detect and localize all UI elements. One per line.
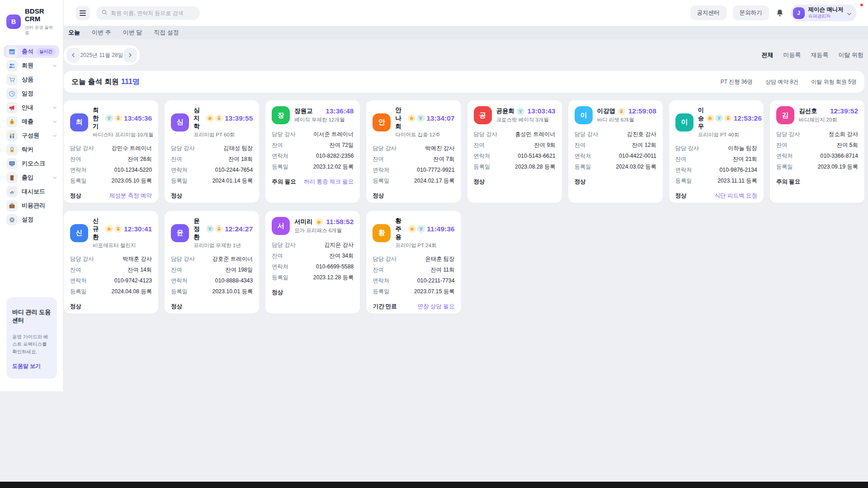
detail-row-remaining: 잔여잔여 26회 bbox=[70, 154, 152, 164]
tab-이번 달[interactable]: 이번 달 bbox=[123, 28, 142, 37]
detail-value: 2023.05.10 등록 bbox=[112, 177, 152, 185]
sidebar-item-설정[interactable]: 설정 bbox=[4, 213, 59, 226]
detail-label: 잔여 bbox=[575, 141, 586, 149]
member-card[interactable]: 김 김선호 12:39:52 바디체인지 20회 담당 강사정소희 강사잔여잔여… bbox=[770, 100, 864, 203]
sidebar-item-출석[interactable]: 출석실시간 bbox=[4, 45, 59, 58]
detail-value: 2023.07.15 등록 bbox=[414, 288, 455, 296]
muscle-icon bbox=[408, 114, 415, 122]
detail-row-registered: 등록일2023.12.02 등록 bbox=[272, 161, 354, 172]
member-card[interactable]: 이 이승우 12:53:26 프리미엄 PT 40회 담당 강사이하늘 팀장잔여… bbox=[669, 100, 764, 203]
chevron-down-icon bbox=[53, 177, 57, 179]
member-card[interactable]: 공 공윤희 13:03:43 크로스핏 베이직 3개월 담당 강사홍성민 트레이… bbox=[467, 100, 562, 203]
member-badges bbox=[408, 225, 425, 233]
chevron-down-icon bbox=[53, 65, 57, 67]
sidebar-item-회원[interactable]: 회원 bbox=[4, 59, 59, 72]
filter-재등록[interactable]: 재등록 bbox=[811, 51, 828, 59]
inquiry-button[interactable]: 문의하기 bbox=[733, 5, 769, 20]
member-action-link[interactable]: 식단 피드백 요청 bbox=[714, 192, 757, 200]
members-icon bbox=[6, 60, 18, 71]
member-card[interactable]: 심 심지학 13:39:55 프리미엄 PT 60회 담당 강사김태성 팀장잔여… bbox=[165, 100, 259, 203]
membership-plan: 바디 리셋 6개월 bbox=[597, 117, 656, 123]
member-status: 정상 bbox=[70, 303, 81, 310]
filter-미등록[interactable]: 미등록 bbox=[783, 51, 801, 59]
sidebar-item-키오스크[interactable]: 키오스크 bbox=[4, 157, 59, 170]
detail-label: 등록일 bbox=[70, 288, 87, 296]
search-bar[interactable] bbox=[96, 6, 200, 20]
detail-value: 홍성민 트레이너 bbox=[515, 131, 556, 138]
detail-value: 강민수 트레이너 bbox=[112, 145, 152, 152]
member-card[interactable]: 황 황주용 11:49:36 프리미엄 PT 24회 담당 강사윤태훈 팀장잔여… bbox=[366, 211, 461, 314]
detail-row-remaining: 잔여잔여 11회 bbox=[373, 264, 454, 275]
detail-row-remaining: 잔여잔여 7회 bbox=[373, 154, 454, 164]
shirt-icon bbox=[417, 114, 425, 122]
sidebar-item-락커[interactable]: 락커 bbox=[4, 143, 59, 156]
detail-row-registered: 등록일2023.09.19 등록 bbox=[776, 161, 858, 172]
sidebar-item-상품[interactable]: 상품 bbox=[4, 73, 59, 86]
notification-bell-icon[interactable] bbox=[775, 9, 784, 18]
detail-label: 잔여 bbox=[171, 266, 182, 274]
prev-day-button[interactable] bbox=[66, 48, 80, 62]
detail-row-registered: 등록일2023.05.10 등록 bbox=[70, 175, 152, 186]
detail-label: 잔여 bbox=[70, 266, 81, 274]
member-card[interactable]: 이 이강엽 12:59:08 바디 리셋 6개월 담당 강사김진호 강사잔여잔여… bbox=[568, 100, 663, 203]
sidebar-item-구성원[interactable]: 구성원 bbox=[4, 129, 59, 142]
sidebar-item-대시보드[interactable]: 대시보드 bbox=[4, 185, 59, 198]
member-status: 정상 bbox=[474, 178, 485, 186]
member-card[interactable]: 안 안나희 13:34:07 다이어트 집중 12주 담당 강사박예진 강사잔여… bbox=[366, 100, 461, 203]
filter-전체[interactable]: 전체 bbox=[761, 51, 773, 59]
member-action-link[interactable]: 체성분 측정 예약 bbox=[109, 192, 152, 200]
notice-center-button[interactable]: 공지센터 bbox=[690, 5, 726, 20]
realtime-badge: 실시간 bbox=[36, 48, 56, 56]
next-day-button[interactable] bbox=[123, 48, 137, 62]
detail-label: 담당 강사 bbox=[70, 255, 94, 263]
member-card[interactable]: 윤 윤정환 12:24:27 프리미엄 무제한 1년 담당 강사강호준 트레이너… bbox=[165, 211, 259, 314]
sidebar-item-비용관리[interactable]: 비용관리 bbox=[4, 199, 59, 212]
search-input[interactable] bbox=[111, 10, 194, 16]
member-card[interactable]: 장 장원교 13:36:48 베이직 무제한 12개월 담당 강사이서준 트레이… bbox=[265, 100, 360, 203]
member-avatar: 황 bbox=[373, 224, 391, 242]
user-menu[interactable]: J 제이슨 매니저 슈퍼관리자 bbox=[791, 5, 857, 21]
member-action-link[interactable]: 연장 상담 필요 bbox=[418, 303, 455, 310]
menu-toggle-button[interactable] bbox=[75, 6, 90, 20]
tab-오늘[interactable]: 오늘 bbox=[68, 28, 80, 37]
muscle-icon bbox=[706, 114, 714, 122]
recording-indicator-dot bbox=[860, 4, 863, 6]
shirt-icon bbox=[417, 225, 425, 233]
detail-value: 2023.11.11 등록 bbox=[717, 177, 757, 185]
detail-label: 담당 강사 bbox=[373, 145, 396, 152]
sidebar-item-매출[interactable]: 매출 bbox=[4, 115, 59, 128]
filter-이탈 위험[interactable]: 이탈 위험 bbox=[838, 51, 863, 59]
sidebar-item-label: 대시보드 bbox=[22, 188, 45, 196]
member-card[interactable]: 최 최한기 13:45:36 바디스타 프리미엄 10개월 담당 강사강민수 트… bbox=[64, 100, 158, 203]
help-card-description: 운영 가이드와 베스트 프랙티스를 확인하세요. bbox=[12, 333, 51, 355]
member-details: 담당 강사홍성민 트레이너잔여잔여 9회연락처010-5143-6621등록일2… bbox=[474, 129, 556, 172]
member-badges bbox=[105, 114, 122, 122]
tab-직접 설정[interactable]: 직접 설정 bbox=[154, 28, 179, 37]
member-card[interactable]: 신 신규환 12:30:41 비포애프터 챌린지 담당 강사박재훈 강사잔여잔여… bbox=[64, 211, 158, 314]
detail-row-contact: 연락처010-5143-6621 bbox=[474, 150, 556, 161]
member-badges bbox=[206, 114, 223, 122]
detail-row-registered: 등록일2024.04.08 등록 bbox=[70, 286, 152, 297]
member-avatar: 이 bbox=[575, 106, 593, 124]
detail-row-trainer: 담당 강사이하늘 팀장 bbox=[675, 143, 757, 154]
detail-label: 연락처 bbox=[171, 277, 188, 285]
app-logo: B BDSR CRM 센터 운영 플랫폼 bbox=[0, 0, 63, 41]
membership-plan: 바디스타 프리미엄 10개월 bbox=[93, 131, 152, 138]
membership-plan: 프리미엄 PT 40회 bbox=[698, 131, 757, 138]
detail-value: 이하늘 팀장 bbox=[728, 145, 757, 152]
detail-value: 잔여 198일 bbox=[225, 266, 253, 274]
help-link[interactable]: 도움말 보기 bbox=[12, 362, 41, 370]
member-avatar: 이 bbox=[675, 113, 693, 131]
detail-row-trainer: 담당 강사강호준 트레이너 bbox=[171, 253, 253, 264]
member-action-link[interactable]: 허리 통증 체크 필요 bbox=[304, 178, 354, 186]
sidebar-item-일정[interactable]: 일정 bbox=[4, 87, 59, 100]
tab-이번 주[interactable]: 이번 주 bbox=[92, 28, 111, 37]
member-card[interactable]: 서 서미리 11:58:52 요가 프리패스 6개월 담당 강사김지은 강사잔여… bbox=[265, 211, 360, 314]
summary-stat: 이탈 위험 회원 5명 bbox=[811, 78, 857, 86]
detail-label: 잔여 bbox=[373, 155, 384, 163]
sidebar-item-안내[interactable]: 안내 bbox=[4, 101, 59, 114]
summary-stats: PT 진행 36명상담 예약 8건이탈 위험 회원 5명 bbox=[721, 78, 857, 86]
sidebar-item-출입[interactable]: 출입 bbox=[4, 171, 59, 184]
member-badges bbox=[408, 114, 425, 122]
money-icon bbox=[6, 116, 18, 127]
